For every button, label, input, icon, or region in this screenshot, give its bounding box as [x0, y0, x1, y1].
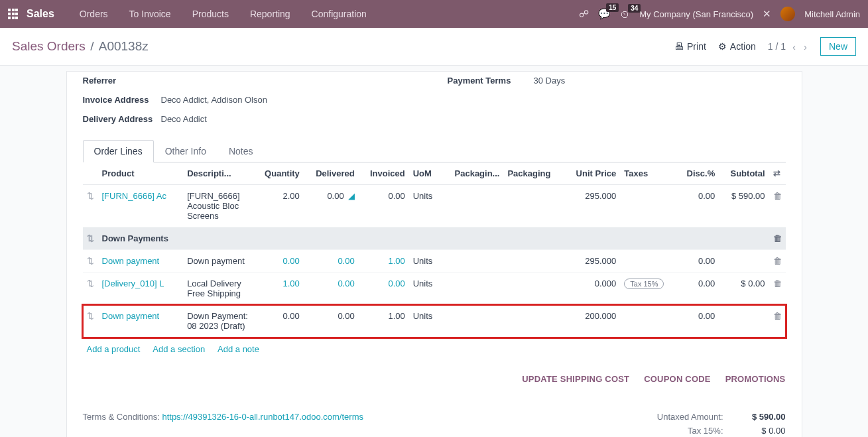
col-settings-icon[interactable]: ⇄: [769, 162, 786, 185]
app-brand[interactable]: Sales: [27, 8, 54, 20]
cell-quantity[interactable]: 0.00: [253, 250, 304, 273]
cell-packaging[interactable]: [503, 273, 563, 305]
cell-delivered[interactable]: 0.00: [304, 305, 359, 338]
cell-disc[interactable]: 0.00: [676, 305, 719, 338]
apps-icon[interactable]: [8, 9, 19, 19]
new-button[interactable]: New: [820, 37, 856, 56]
tab-other-info[interactable]: Other Info: [154, 140, 217, 162]
pager-next[interactable]: ›: [802, 41, 808, 52]
nav-orders[interactable]: Orders: [70, 9, 117, 19]
update-shipping-link[interactable]: UPDATE SHIPPING COST: [522, 374, 629, 384]
cell-description[interactable]: Down Payment: 08 2023 (Draft): [183, 305, 253, 338]
user-name[interactable]: Mitchell Admin: [804, 9, 860, 19]
cell-unit-price[interactable]: 200.000: [564, 305, 620, 338]
cell-quantity[interactable]: 1.00: [253, 273, 304, 305]
tab-notes[interactable]: Notes: [217, 140, 265, 162]
promotions-link[interactable]: PROMOTIONS: [725, 374, 786, 384]
cell-taxes[interactable]: [620, 185, 676, 227]
cell-description[interactable]: Local Delivery Free Shipping: [183, 273, 253, 305]
tab-order-lines[interactable]: Order Lines: [83, 140, 154, 162]
cell-delivered[interactable]: 0.00◢: [304, 185, 359, 227]
terms-link[interactable]: https://49391326-16-0-all.runbot147.odoo…: [162, 412, 363, 422]
cell-delivered[interactable]: 0.00: [304, 250, 359, 273]
cell-packaging[interactable]: [503, 250, 563, 273]
col-taxes[interactable]: Taxes: [620, 162, 676, 185]
drag-handle[interactable]: ⇅: [83, 273, 98, 305]
cell-delivered[interactable]: 0.00: [304, 273, 359, 305]
cell-packagin[interactable]: [442, 273, 504, 305]
col-uom[interactable]: UoM: [409, 162, 442, 185]
col-packagin[interactable]: Packagin...: [442, 162, 504, 185]
cell-quantity[interactable]: 0.00: [253, 305, 304, 338]
cell-packagin[interactable]: [442, 185, 504, 227]
delete-row-icon[interactable]: 🗑: [769, 273, 786, 305]
action-button[interactable]: ⚙Action: [718, 41, 756, 52]
cell-product[interactable]: Down payment: [98, 250, 184, 273]
pager-prev[interactable]: ‹: [791, 41, 797, 52]
col-subtotal[interactable]: Subtotal: [719, 162, 769, 185]
activities-icon[interactable]: ⏲34: [620, 9, 630, 20]
nav-configuration[interactable]: Configuration: [302, 9, 376, 19]
col-disc[interactable]: Disc.%: [676, 162, 719, 185]
add-note-link[interactable]: Add a note: [217, 344, 259, 354]
drag-handle[interactable]: ⇅: [83, 305, 98, 338]
print-button[interactable]: 🖶Print: [674, 41, 706, 52]
delivery-address-value[interactable]: Deco Addict: [161, 114, 207, 124]
cell-disc[interactable]: 0.00: [676, 250, 719, 273]
cell-packaging[interactable]: [503, 185, 563, 227]
debug-icon[interactable]: ✕: [763, 8, 771, 20]
col-unit-price[interactable]: Unit Price: [564, 162, 620, 185]
scroll-area[interactable]: Referrer Invoice AddressDeco Addict, Add…: [0, 66, 868, 437]
drag-handle[interactable]: ⇅: [83, 185, 98, 227]
delete-row-icon[interactable]: 🗑: [769, 250, 786, 273]
cell-packaging[interactable]: [503, 305, 563, 338]
col-quantity[interactable]: Quantity: [253, 162, 304, 185]
col-packaging[interactable]: Packaging: [503, 162, 563, 185]
cell-packagin[interactable]: [442, 305, 504, 338]
cell-unit-price[interactable]: 295.000: [564, 185, 620, 227]
delete-row-icon[interactable]: 🗑: [769, 305, 786, 338]
cell-product[interactable]: [Delivery_010] L: [98, 273, 184, 305]
cell-description[interactable]: [FURN_6666] Acoustic Bloc Screens: [183, 185, 253, 227]
tray-icon[interactable]: ☍: [579, 8, 589, 20]
cell-unit-price[interactable]: 0.000: [564, 273, 620, 305]
nav-to-invoice[interactable]: To Invoice: [120, 9, 180, 19]
col-product[interactable]: Product: [98, 162, 184, 185]
add-product-link[interactable]: Add a product: [87, 344, 141, 354]
delete-row-icon[interactable]: 🗑: [769, 185, 786, 227]
cell-disc[interactable]: 0.00: [676, 185, 719, 227]
cell-uom[interactable]: Units: [409, 185, 442, 227]
cell-uom[interactable]: Units: [409, 273, 442, 305]
delete-row-icon[interactable]: 🗑: [769, 227, 786, 250]
messages-icon[interactable]: 💬15: [598, 8, 611, 20]
drag-handle[interactable]: ⇅: [83, 227, 98, 250]
breadcrumb-root[interactable]: Sales Orders: [12, 39, 86, 53]
cell-taxes[interactable]: [620, 250, 676, 273]
cell-disc[interactable]: 0.00: [676, 273, 719, 305]
coupon-code-link[interactable]: COUPON CODE: [644, 374, 710, 384]
cell-uom[interactable]: Units: [409, 250, 442, 273]
cell-taxes[interactable]: [620, 305, 676, 338]
cell-product[interactable]: Down payment: [98, 305, 184, 338]
cell-unit-price[interactable]: 295.000: [564, 250, 620, 273]
forecast-icon[interactable]: ◢: [348, 191, 355, 201]
cell-invoiced[interactable]: 1.00: [359, 305, 409, 338]
cell-packagin[interactable]: [442, 250, 504, 273]
col-description[interactable]: Descripti...: [183, 162, 253, 185]
invoice-address-value[interactable]: Deco Addict, Addison Olson: [161, 95, 267, 105]
user-avatar[interactable]: [780, 7, 795, 21]
col-delivered[interactable]: Delivered: [304, 162, 359, 185]
nav-products[interactable]: Products: [183, 9, 238, 19]
cell-product[interactable]: [FURN_6666] Ac: [98, 185, 184, 227]
nav-reporting[interactable]: Reporting: [241, 9, 300, 19]
cell-invoiced[interactable]: 0.00: [359, 273, 409, 305]
company-selector[interactable]: My Company (San Francisco): [639, 9, 753, 19]
add-section-link[interactable]: Add a section: [153, 344, 205, 354]
section-label[interactable]: Down Payments: [98, 227, 769, 250]
col-invoiced[interactable]: Invoiced: [359, 162, 409, 185]
cell-invoiced[interactable]: 1.00: [359, 250, 409, 273]
payment-terms-value[interactable]: 30 Days: [534, 76, 566, 86]
drag-handle[interactable]: ⇅: [83, 250, 98, 273]
cell-uom[interactable]: Units: [409, 305, 442, 338]
cell-taxes[interactable]: Tax 15%: [620, 273, 676, 305]
